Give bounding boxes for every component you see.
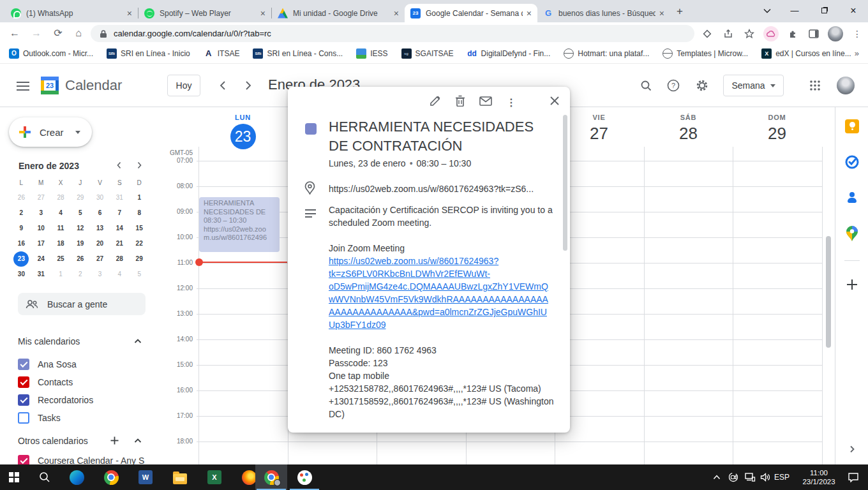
mini-cal-day[interactable]: 3 [31,205,51,221]
mini-cal-day[interactable]: 8 [130,205,149,221]
contacts-icon[interactable] [844,190,860,205]
mini-cal-day[interactable]: 10 [31,221,51,236]
browser-tab-spotify[interactable]: Spotify – Web Player × [138,4,271,22]
file-explorer-icon[interactable] [172,470,188,485]
zoom-meeting-link[interactable]: wWVNnbW45VmF5Vk9WdkhRAAAAAAAAAAAAAAAA [329,293,555,306]
mini-cal-day[interactable]: 26 [11,190,31,205]
mini-cal-day[interactable]: 14 [110,221,130,236]
reload-icon[interactable]: ⟳ [50,25,66,41]
bookmark-item[interactable]: Outlook.com - Micr... [9,48,93,59]
mini-cal-day[interactable]: 31 [110,190,130,205]
settings-gear-icon[interactable] [694,78,710,93]
create-button[interactable]: Crear [9,117,92,147]
day-header-lun[interactable]: LUN 23 [198,114,287,149]
maps-icon[interactable] [844,226,860,241]
extension-pink-icon[interactable] [763,26,779,41]
address-bar[interactable]: calendar.google.com/calendar/u/0/r?tab=r… [91,25,694,42]
mini-cal-day[interactable]: 20 [90,236,110,251]
chrome-active-window[interactable] [255,464,287,490]
meet-now-icon[interactable] [728,471,739,483]
keep-icon[interactable] [844,119,860,134]
forward-icon[interactable]: → [28,25,45,41]
bookmark-item[interactable]: IESS [356,48,387,59]
mini-cal-day[interactable]: 1 [51,267,71,282]
calendar-item-recordatorios[interactable]: Recordatorios [18,394,93,406]
chrome-icon[interactable] [103,470,119,485]
mini-cal-day-selected[interactable]: 23 [11,251,31,267]
calendar-item-tasks[interactable]: Tasks [18,412,61,424]
mini-cal-day[interactable]: 2 [11,205,31,221]
calendar-item-ana-sosa[interactable]: Ana Sosa [18,359,77,370]
extensions-puzzle-icon[interactable] [786,27,800,41]
restore-button[interactable] [809,6,839,15]
collapse-other-calendars-icon[interactable] [133,436,144,447]
mini-cal-day[interactable]: 4 [110,267,130,282]
tab-close-icon[interactable]: × [127,9,132,18]
share-icon[interactable] [721,27,735,41]
mini-cal-day[interactable]: 1 [130,190,149,205]
bookmarks-overflow-icon[interactable]: » [855,48,859,58]
bookmark-item[interactable]: Hotmart: una plataf... [564,48,649,59]
main-menu-icon[interactable] [17,79,29,92]
browser-tab-search[interactable]: buenos dias lunes - Búsqued × [537,4,670,22]
taskbar-clock[interactable]: 11:00 23/1/2023 [797,468,841,486]
tab-close-icon[interactable]: × [394,9,399,18]
zoom-meeting-link[interactable]: tk=zS6PLV0RKbcBnLDWhVr2EfEWuWt- [329,267,555,280]
mini-cal-day[interactable]: 17 [31,236,51,251]
bookmark-item[interactable]: Templates | Microw... [662,48,748,59]
day-header-dom[interactable]: DOM 29 [733,114,821,144]
taskbar-search-icon[interactable] [37,470,52,485]
mini-cal-day[interactable]: 7 [110,205,130,221]
day-header-sab[interactable]: SÁB 28 [644,114,733,144]
browser-tab-whatsapp[interactable]: (1) WhatsApp × [5,4,138,22]
delete-event-icon[interactable] [455,95,465,109]
calendar-event-block[interactable]: HERRAMIENTA NECESIDADES DE 08:30 – 10:30… [199,197,280,252]
action-center-icon[interactable] [848,471,859,483]
bookmark-star-icon[interactable] [742,27,756,41]
mini-cal-day[interactable]: 3 [90,267,110,282]
calendar-item-contacts[interactable]: Contacts [18,376,73,388]
tab-search-icon[interactable] [754,6,780,15]
mini-cal-day[interactable]: 29 [130,251,149,267]
zoom-meeting-link[interactable]: AAAAAAAAAAAAAA&pwd=a0lmcnZrZGJjeGpuWGhIU [329,306,555,318]
firefox-icon[interactable] [241,470,257,485]
popup-scrollbar[interactable] [563,115,567,251]
search-people-field[interactable]: Buscar a gente [18,293,146,315]
bookmark-item[interactable]: DigitalDefynd - Fin... [467,48,551,59]
minimize-button[interactable]: — [780,6,809,15]
mini-cal-day[interactable]: 29 [70,190,90,205]
word-icon[interactable]: W [138,470,153,485]
bookmark-item[interactable]: SRI en Línea - Inicio [107,48,190,59]
tasks-icon[interactable] [844,154,860,170]
mini-cal-day[interactable]: 4 [51,205,71,221]
browser-tab-drive[interactable]: Mi unidad - Google Drive × [272,4,405,22]
add-other-calendars-icon[interactable] [110,436,120,446]
zoom-meeting-link[interactable]: https://us02web.zoom.us/w/86017624963? [329,255,555,267]
keyboard-language[interactable]: ESP [774,473,789,482]
get-add-ons-icon[interactable] [844,277,860,292]
edit-event-icon[interactable] [430,95,441,109]
mini-cal-day[interactable]: 28 [51,190,71,205]
mini-cal-day[interactable]: 12 [70,221,90,236]
checkbox-checked-icon[interactable] [18,376,29,388]
mini-cal-day[interactable]: 16 [11,236,31,251]
mini-cal-day[interactable]: 22 [130,236,149,251]
browser-tab-calendar-active[interactable]: 23 Google Calendar - Semana d × [405,4,537,22]
mini-cal-day[interactable]: 2 [70,267,90,282]
mini-cal-day[interactable]: 5 [70,205,90,221]
mini-cal-day[interactable]: 18 [51,236,71,251]
hide-side-panel-icon[interactable] [844,442,860,457]
close-window-button[interactable]: × [839,5,868,17]
paint-open-window[interactable] [288,464,320,490]
back-icon[interactable]: ← [6,25,23,41]
bookmark-item[interactable]: SRI en Línea - Cons... [253,48,343,59]
mini-cal-day[interactable]: 24 [31,251,51,267]
new-tab-button[interactable]: + [677,5,683,18]
mini-cal-prev-icon[interactable] [115,161,125,171]
mini-cal-day[interactable]: 26 [70,251,90,267]
today-button[interactable]: Hoy [167,75,200,96]
collapse-my-calendars-icon[interactable] [133,337,144,347]
start-button-icon[interactable] [6,470,22,485]
google-apps-grid-icon[interactable] [807,78,823,93]
mini-cal-day[interactable]: 15 [130,221,149,236]
